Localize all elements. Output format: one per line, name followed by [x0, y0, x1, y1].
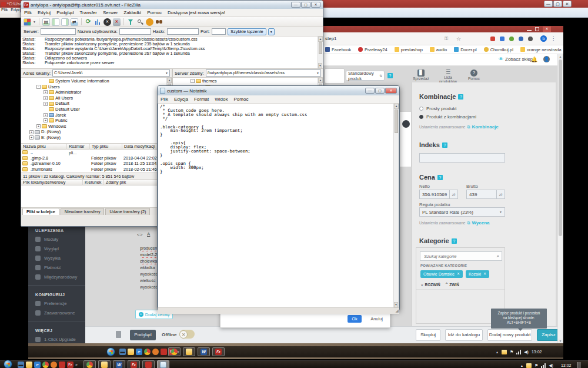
- clock[interactable]: 13:02: [532, 350, 542, 354]
- compare-icon[interactable]: [136, 18, 144, 26]
- expand-button[interactable]: ⌄ROZWIŃ: [420, 282, 440, 287]
- taskbar-chrome[interactable]: [83, 360, 96, 368]
- bookmark-item[interactable]: Docer.pl: [454, 47, 477, 52]
- radio-combinations-product[interactable]: Produkt z kombinacjami: [419, 114, 476, 120]
- explorer-icon[interactable]: [128, 349, 134, 355]
- extension-icon[interactable]: [519, 37, 523, 41]
- page-scrollbar[interactable]: ▲ ▼: [557, 54, 563, 343]
- chrome-icon[interactable]: [144, 349, 151, 355]
- taskbar-chrome[interactable]: [168, 347, 181, 356]
- key-icon[interactable]: ⚿: [445, 36, 448, 42]
- menu-pomoc[interactable]: Pomoc: [230, 95, 251, 103]
- taskbar-irfanview[interactable]: [142, 360, 155, 368]
- filezilla-titlebar[interactable]: Fz antylopa - antylopa@ftp.cluster015.ov…: [21, 1, 323, 9]
- category-chip[interactable]: Obuwie Damskie✕: [420, 270, 463, 278]
- internet-explorer-icon[interactable]: e: [34, 362, 41, 368]
- close-icon[interactable]: ✕: [563, 1, 572, 7]
- tray-expand-icon[interactable]: ▲: [496, 350, 499, 354]
- quickconnect-button[interactable]: Szybkie łączenie: [228, 28, 266, 35]
- taskbar-word[interactable]: W: [113, 360, 125, 368]
- nav-product-list[interactable]: ☰ Listaproduktów: [435, 68, 461, 84]
- menu-serwer[interactable]: Serwer: [100, 9, 121, 16]
- remove-icon[interactable]: ✕: [457, 270, 460, 278]
- overflow-icon[interactable]: »: [75, 363, 78, 367]
- sidebar-item-advanced[interactable]: Zaawansowane: [28, 308, 85, 317]
- nav-sales[interactable]: ▊ Sprzedaż: [409, 69, 433, 81]
- network-icon[interactable]: [541, 363, 546, 368]
- close-icon[interactable]: ✕: [543, 26, 551, 32]
- bookmark-star-icon[interactable]: ☆: [456, 36, 461, 42]
- explorer-icon[interactable]: [26, 362, 32, 368]
- menu-plik[interactable]: Plik: [21, 9, 35, 16]
- taskbar-notepad[interactable]: [157, 360, 169, 368]
- pricing-link[interactable]: Wycena: [472, 220, 489, 226]
- tray-app-icon[interactable]: [502, 350, 507, 354]
- menu-plik[interactable]: Plik: [158, 95, 171, 103]
- firefox-icon[interactable]: [51, 362, 57, 368]
- sidebar-item-design[interactable]: Wygląd: [28, 244, 85, 253]
- menu-widok[interactable]: Widok: [212, 95, 230, 103]
- show-desktop-icon[interactable]: ▬: [119, 349, 126, 355]
- menu-pomoc[interactable]: Pomoc: [144, 9, 165, 16]
- url-text[interactable]: step1: [325, 36, 337, 41]
- menu-edytuj[interactable]: Edytuj: [35, 9, 54, 16]
- start-button[interactable]: [106, 347, 115, 356]
- clock[interactable]: 13:02: [561, 363, 572, 367]
- sidebar-item-international[interactable]: Międzynarodowy: [28, 272, 85, 281]
- irfanview-icon[interactable]: [161, 349, 167, 355]
- action-center-icon[interactable]: ⚑: [510, 350, 513, 354]
- help-icon[interactable]: ?: [387, 73, 393, 78]
- save-button[interactable]: Zapisz: [537, 329, 560, 341]
- minimize-icon[interactable]: —: [291, 2, 300, 8]
- close-icon[interactable]: ✕: [311, 2, 320, 8]
- refresh-icon[interactable]: ⟳: [85, 18, 92, 26]
- password-input[interactable]: [167, 28, 199, 35]
- preview-button[interactable]: Podgląd: [130, 330, 156, 340]
- tax-rule-select[interactable]: PL Standard Rate (23%)▼: [419, 207, 505, 217]
- go-to-catalog-button[interactable]: Idź do katalogu: [445, 329, 483, 341]
- find-files-icon[interactable]: [155, 18, 163, 26]
- show-desktop-icon[interactable]: ▬: [18, 362, 24, 368]
- chrome-icon[interactable]: [42, 362, 49, 368]
- bookmark-item[interactable]: audio: [430, 47, 447, 52]
- remote-path-input[interactable]: /butyantylopa.pl/themes/classic/assets/c…: [206, 69, 321, 77]
- chrome-menu-icon[interactable]: ⋮: [551, 36, 556, 41]
- action-center-icon[interactable]: ⚑: [534, 363, 538, 368]
- ok-button[interactable]: Ok: [348, 315, 362, 323]
- copy-button[interactable]: Skopiuj: [416, 329, 440, 341]
- sync-browsing-icon[interactable]: [146, 18, 153, 26]
- help-icon[interactable]: ?: [458, 94, 463, 100]
- resize-grip-icon[interactable]: ◢: [396, 309, 399, 313]
- irfanview-icon[interactable]: [59, 362, 65, 368]
- notepad-titlebar[interactable]: custom — Notatnik — ▢ ✕: [158, 86, 399, 95]
- bookmark-item[interactable]: Przelewy24: [358, 47, 387, 52]
- extension-icon[interactable]: [509, 37, 514, 41]
- internet-explorer-icon[interactable]: e: [136, 349, 142, 355]
- net-price-input[interactable]: 356.910569: [419, 190, 450, 199]
- filter-icon[interactable]: [127, 18, 135, 26]
- server-input[interactable]: [41, 28, 76, 35]
- extension-icon[interactable]: [490, 37, 495, 41]
- username-input[interactable]: [119, 28, 151, 35]
- add-new-product-button[interactable]: Dodaj nowy produkt: [487, 329, 532, 341]
- bookmark-item[interactable]: prestashop: [395, 47, 423, 52]
- help-icon[interactable]: ?: [437, 175, 443, 180]
- port-input[interactable]: [212, 28, 226, 35]
- editor-font-icon[interactable]: A: [147, 231, 150, 237]
- local-tree[interactable]: System Volume Information -Users +Admini…: [21, 78, 173, 143]
- menu-podglad[interactable]: Podgląd: [54, 9, 76, 16]
- extension-icon[interactable]: [500, 37, 505, 41]
- notepad-textarea[interactable]: /* * Custom code goes here. * A template…: [158, 104, 393, 307]
- cancel-icon[interactable]: ✕: [103, 18, 111, 26]
- status-log[interactable]: Status:Rozpoczynanie pobierania /butyant…: [21, 37, 323, 68]
- firefox-icon[interactable]: [152, 349, 159, 355]
- nav-help[interactable]: ? Pomoc: [463, 69, 485, 81]
- toggle-queue-icon[interactable]: ⇄: [71, 18, 78, 26]
- tray-app-icon[interactable]: [526, 363, 532, 368]
- help-icon[interactable]: ?: [442, 142, 447, 148]
- sidebar-item-upgrade[interactable]: 1-Click Upgrade: [28, 334, 85, 344]
- start-button[interactable]: [4, 360, 12, 368]
- menu-zakladki[interactable]: Zakładki: [121, 9, 144, 16]
- toggle-local-tree-icon[interactable]: [52, 18, 59, 26]
- site-manager-icon[interactable]: [24, 18, 31, 26]
